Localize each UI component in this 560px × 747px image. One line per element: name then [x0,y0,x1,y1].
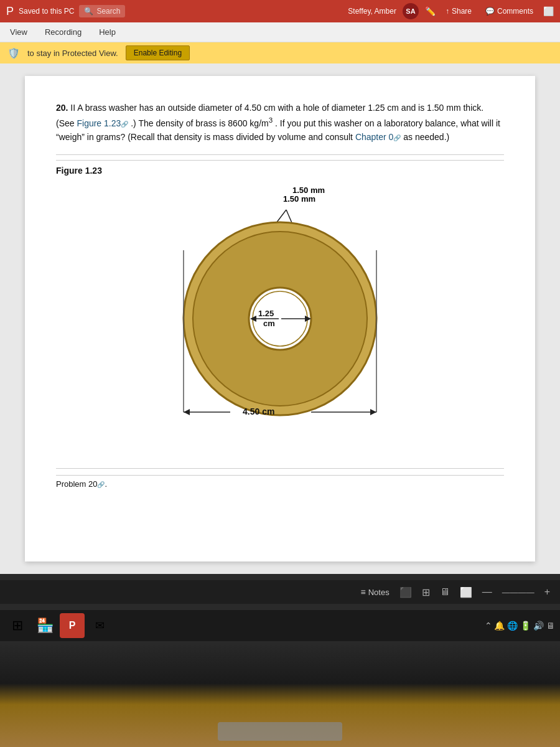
zoom-in-icon[interactable]: + [544,586,550,598]
chapter-link-icon: 🔗 [393,134,401,141]
comments-icon: 💬 [485,7,495,16]
protected-view-bar: 🛡️ to stay in Protected View. Enable Edi… [0,42,560,63]
figure-link[interactable]: Figure 1.23 [77,118,121,128]
problem-caption: Problem 20🔗. [56,475,504,489]
doc-title: Saved to this PC [19,7,74,16]
diagram-container: 1.50 mm 1.50 mm [56,186,504,456]
svg-text:1.25: 1.25 [258,309,274,318]
title-bar-right: Steffey, Amber SA ✏️ ↑ Share 💬 Comments … [348,3,554,19]
search-placeholder: Search [96,7,120,16]
thickness-text: 1.50 mm [283,194,315,204]
status-bar: ≡ Notes ⬛ ⊞ 🖥 ⬜ — ———— + [0,580,560,604]
shield-icon: 🛡️ [7,47,20,59]
problem-tag: II [70,103,75,113]
bottom-bezel [0,641,560,747]
edit-icon[interactable]: ✏️ [425,6,436,16]
taskbar: ⊞ 🏪 P ✉ ⌃ 🔔 🌐 🔋 🔊 🖥 [0,610,560,641]
user-initials: SA [406,7,415,15]
protected-message: to stay in Protected View. [27,49,118,58]
user-avatar: SA [403,3,419,19]
share-button[interactable]: ↑ Share [442,6,475,17]
menu-view[interactable]: View [6,25,31,39]
figure-title: Figure 1.23 [56,160,504,176]
menu-recording[interactable]: Recording [41,25,85,39]
grid-icon[interactable]: ⊞ [422,586,430,598]
document-area: 20. II A brass washer has an outside dia… [0,63,560,574]
system-tray: ⌃ 🔔 🌐 🔋 🔊 🖥 [485,621,555,631]
problem-text-2: .) The density of brass is 8600 kg/m [131,118,269,128]
link-icon: 🔗 [121,121,128,128]
chapter-link[interactable]: Chapter 0 [355,132,393,142]
taskbar-powerpoint-icon[interactable]: P [60,613,85,638]
svg-marker-14 [370,409,376,415]
menu-help[interactable]: Help [95,25,119,39]
svg-text:4.50 cm: 4.50 cm [243,406,274,416]
problem-number: 20. [56,103,68,113]
diagram-svg-wrapper: 1.50 mm [149,188,411,456]
window-controls[interactable]: ⬜ [543,6,554,16]
svg-text:cm: cm [263,319,275,328]
notes-icon: ≡ [361,587,366,597]
document-page: 20. II A brass washer has an outside dia… [25,76,535,561]
enable-editing-button[interactable]: Enable Editing [126,45,190,60]
divider-top [56,154,504,155]
title-bar: P Saved to this PC 🔍 Search Steffey, Amb… [0,0,560,22]
zoom-slider[interactable]: ———— [502,588,534,597]
svg-marker-11 [184,409,190,415]
tray-icons: ⌃ 🔔 🌐 🔋 🔊 🖥 [485,621,555,631]
menu-bar: View Recording Help [0,22,560,42]
notes-label: Notes [368,588,390,597]
taskbar-store-icon[interactable]: 🏪 [32,613,57,638]
share-icon: ↑ [446,7,449,16]
powerpoint-logo-icon: P [6,5,14,18]
thickness-dimension-label: 1.50 mm [283,194,315,204]
comment-status-icon[interactable]: ⬜ [460,586,472,598]
problem-text: 20. II A brass washer has an outside dia… [56,101,504,144]
caption-icon: 🔗 [97,481,105,488]
user-name: Steffey, Amber [348,7,396,16]
taskbar-windows-icon[interactable]: ⊞ [5,613,30,638]
keyboard-trackpad [218,722,342,741]
zoom-out-icon[interactable]: — [482,586,492,598]
notes-button[interactable]: ≡ Notes [361,587,390,597]
washer-svg: 4.50 cm 1.25 cm [149,188,411,456]
comments-button[interactable]: 💬 Comments [482,6,537,17]
superscript-3: 3 [269,116,273,124]
problem-text-4: as needed.) [403,132,449,142]
divider-bottom [56,468,504,469]
search-box[interactable]: 🔍 Search [79,5,125,17]
title-bar-left: P Saved to this PC 🔍 Search [6,5,348,18]
monitor-icon[interactable]: 🖥 [440,586,450,598]
caption-text: Problem 20 [56,479,97,489]
search-icon: 🔍 [84,7,93,16]
page-icon[interactable]: ⬛ [399,586,412,598]
taskbar-email-icon[interactable]: ✉ [87,613,112,638]
